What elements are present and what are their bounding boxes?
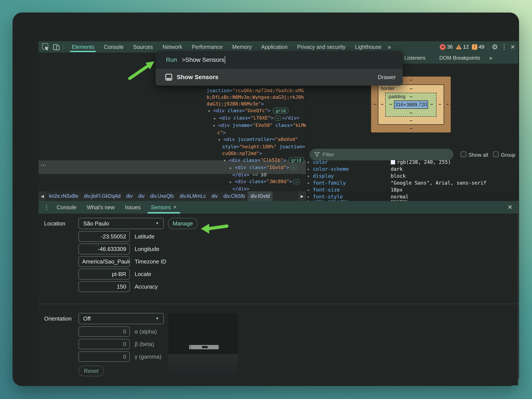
sidebar-more-tabs-icon[interactable]: » xyxy=(489,52,492,63)
property-name: font-family xyxy=(313,180,346,186)
group-checkbox[interactable] xyxy=(493,152,499,157)
dom-tree-node[interactable]: </div> xyxy=(203,185,306,191)
property-value-text: "Google Sans", Arial, sans-serif xyxy=(391,180,486,186)
computed-property-row[interactable]: ▶font-size18px xyxy=(308,186,518,193)
expand-dots-badge[interactable]: ⋯ xyxy=(293,179,300,184)
phone-camera xyxy=(202,346,208,348)
computed-property-row[interactable]: ▶colorrgb(238, 240, 255) xyxy=(308,159,518,165)
menu-dots-icon[interactable]: ⋮ xyxy=(501,44,507,50)
palette-result-row[interactable]: Show Sensors Drawer xyxy=(156,69,403,86)
close-devtools-icon[interactable]: ✕ xyxy=(510,44,515,50)
timezone-id-input[interactable]: America/Sao_Paulo xyxy=(78,256,130,267)
breadcrumb-item[interactable]: div xyxy=(123,191,135,201)
breadcrumb-item[interactable]: div xyxy=(135,191,147,201)
dom-tree-node[interactable]: style="height:100%" jsaction="r xyxy=(203,143,306,150)
grid-badge[interactable]: grid xyxy=(273,108,289,114)
expand-arrow-icon[interactable]: ▶ xyxy=(308,174,313,178)
warning-count-badge[interactable]: 12 xyxy=(456,44,469,50)
breadcrumb-item[interactable]: kn2e.rNSxBe xyxy=(46,191,81,201)
expand-arrow-icon[interactable]: ▶ xyxy=(308,195,313,198)
code-token: = xyxy=(236,144,239,149)
close-tab-icon[interactable]: ✕ xyxy=(173,204,177,210)
longitude-input[interactable]: -46.633309 xyxy=(78,244,130,254)
scrollbar-track[interactable] xyxy=(518,201,518,385)
dom-tree-node[interactable]: ▼<div class="Clk5Ib">grid xyxy=(203,157,306,164)
breadcrumb-item[interactable]: div xyxy=(209,191,221,201)
issues-count: 49 xyxy=(479,44,484,50)
orientation-preview[interactable] xyxy=(168,313,238,377)
color-swatch[interactable] xyxy=(391,160,395,165)
drawer-tab-what-s-new[interactable]: What's new xyxy=(82,201,120,214)
drawer-tab-issues[interactable]: Issues xyxy=(120,201,146,214)
dom-tree-node[interactable]: jsaction="rcuQ6b:npT2md;YbaXcb:oMG xyxy=(203,87,306,94)
drawer-tab-sensors[interactable]: Sensors✕ xyxy=(146,201,182,214)
dom-tree-node[interactable]: ▶<div class="IGvtd">⋯ xyxy=(203,164,306,171)
settings-gear-icon[interactable]: ⚙ xyxy=(492,44,498,50)
code-token: "height:100%" xyxy=(239,144,276,149)
more-tabs-icon[interactable]: » xyxy=(387,43,391,51)
tab-label: Performance xyxy=(192,44,222,50)
orientation-select[interactable]: Off ▼ xyxy=(78,313,164,324)
expand-dots-badge[interactable]: ⋯ xyxy=(290,165,297,170)
code-token: ▶ xyxy=(214,115,219,122)
dom-tree-node[interactable]: </div> == $0 xyxy=(203,171,306,178)
orientation-input[interactable]: 0 xyxy=(78,326,130,337)
error-count-badge[interactable]: ✕ 36 xyxy=(440,44,453,50)
tab-elements[interactable]: Elements xyxy=(67,41,99,52)
manage-button[interactable]: Manage xyxy=(168,218,198,229)
command-input-row[interactable]: Run >Show Sensors xyxy=(156,51,403,69)
expand-arrow-icon[interactable]: ▶ xyxy=(308,161,313,164)
expand-arrow-icon[interactable]: ▶ xyxy=(308,181,313,184)
drawer-menu-dots-icon[interactable]: ⋮ xyxy=(44,204,50,210)
issues-count-badge[interactable]: ! 49 xyxy=(472,44,484,50)
chevron-down-icon: ▼ xyxy=(155,221,159,226)
reset-button[interactable]: Reset xyxy=(78,366,104,376)
latitude-input[interactable]: -23.55052 xyxy=(78,231,130,242)
tab-console[interactable]: Console xyxy=(99,41,128,52)
tab-dom-breakpoints[interactable]: DOM Breakpoints xyxy=(439,52,480,63)
locale-input[interactable]: pt-BR xyxy=(78,269,130,279)
orientation-input[interactable]: 0 xyxy=(78,339,130,349)
tab-sources[interactable]: Sources xyxy=(128,41,158,52)
breadcrumb-item[interactable]: div.jloFl.GkDqAd xyxy=(81,191,124,201)
device-toolbar-icon[interactable] xyxy=(53,43,60,51)
node-more-actions-icon[interactable]: ⋯ xyxy=(41,162,47,169)
breadcrumb-scroll-left-icon[interactable]: ◀ xyxy=(38,191,46,201)
close-drawer-icon[interactable]: ✕ xyxy=(507,204,513,210)
inspect-icon[interactable] xyxy=(42,43,49,51)
dom-tree-node[interactable]: daG3j;j92B8:N6Mv3e"> xyxy=(203,101,306,107)
orientation-input[interactable]: 0 xyxy=(78,351,130,362)
palette-query-input[interactable]: >Show Sensors xyxy=(182,57,224,63)
dom-tree-node[interactable]: ▶<div class="LT6XE">⋯</div> xyxy=(203,114,306,122)
expand-dots-badge[interactable]: ⋯ xyxy=(274,116,281,121)
dom-tree-node[interactable]: ▼<div jsname="EVe50" class="kLMmL xyxy=(203,122,306,129)
code-token: ▼ xyxy=(213,123,218,129)
expand-arrow-icon[interactable]: ▶ xyxy=(308,188,313,191)
dom-tree-node[interactable]: c"> xyxy=(203,129,306,136)
breadcrumb-scroll-right-icon[interactable]: ▶ xyxy=(298,191,306,201)
boxmodel-content[interactable]: 316×3889.720 xyxy=(394,101,428,109)
breadcrumb-item[interactable]: div.IGvtd xyxy=(248,191,272,201)
breadcrumb-item[interactable]: div.UxeQfc xyxy=(147,191,177,201)
drawer-tab-console[interactable]: Console xyxy=(51,201,82,214)
accuracy-input[interactable]: 150 xyxy=(78,281,130,292)
computed-property-row[interactable]: ▶font-family"Google Sans", Arial, sans-s… xyxy=(308,179,518,186)
dom-tree-node[interactable]: b;DfLsBc:N6Mv3e;Wyhgxe:daG3j;rkJ0h xyxy=(203,94,306,101)
show-all-checkbox[interactable] xyxy=(461,152,466,157)
computed-property-row[interactable]: ▶color-schemedark xyxy=(308,165,518,172)
boxmodel-dash: − xyxy=(410,94,412,100)
computed-property-row[interactable]: ▶font-stylenormal xyxy=(308,193,518,200)
computed-property-row[interactable]: ▶displayblock xyxy=(308,172,518,179)
grid-badge[interactable]: grid xyxy=(288,157,304,163)
code-token: > xyxy=(271,115,273,120)
dom-tree-node[interactable]: cuQ6b:npT2md"> xyxy=(203,150,306,157)
breadcrumb-item[interactable]: div.Clk5Ib xyxy=(221,191,248,201)
expand-arrow-icon[interactable]: ▶ xyxy=(308,167,313,171)
dom-tree-node[interactable]: ▼<div class="UxeQfc">grid xyxy=(203,107,306,114)
dom-tree-node[interactable]: ▼<div jscontroller="a8oVod" xyxy=(203,136,306,143)
property-value: normal xyxy=(391,194,409,200)
breadcrumb-item[interactable]: div.kLMmLc xyxy=(177,191,209,201)
dom-tree-node[interactable]: ▶<div class="JWc89d">⋯ xyxy=(203,178,306,185)
location-select[interactable]: São Paulo ▼ xyxy=(78,218,164,229)
boxmodel-dash: − xyxy=(410,86,412,92)
